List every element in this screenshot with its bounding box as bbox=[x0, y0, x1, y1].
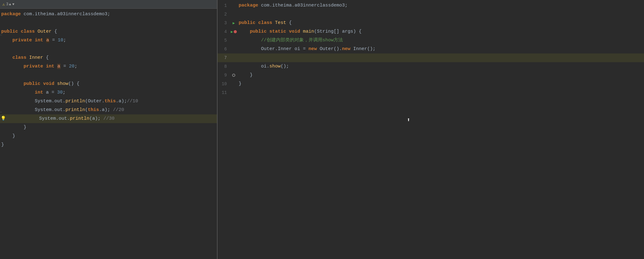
line-num-9: 9 bbox=[218, 73, 230, 78]
line-num-3: 3 bbox=[218, 21, 230, 25]
right-line-11: 11 bbox=[218, 88, 644, 97]
top-warning-bar: ⚠ 3 ▲ ▼ bbox=[0, 0, 217, 9]
warning-count: 3 bbox=[6, 2, 8, 7]
line-num-4: 4 bbox=[218, 29, 230, 34]
line-private-a-10: private int a = 10; bbox=[0, 36, 217, 45]
right-line-1: 1 package com.itheima.a03innerclassdemo3… bbox=[218, 1, 644, 10]
line-empty-3 bbox=[0, 71, 217, 80]
right-line-3: 3 ▶ public class Test { bbox=[218, 19, 644, 27]
editor-container: ⚠ 3 ▲ ▼ package com.itheima.a03innerclas… bbox=[0, 0, 644, 259]
line-num-7: 7 bbox=[218, 55, 230, 60]
run-icon-3[interactable]: ▶ bbox=[232, 21, 235, 25]
warning-icon: ⚠ bbox=[2, 2, 5, 7]
line-private-a-20: private int a = 20; bbox=[0, 62, 217, 71]
line-num-10: 10 bbox=[218, 81, 230, 86]
line-package-left: package com.itheima.a03innerclassdemo3; bbox=[0, 10, 217, 19]
right-code-lines: 1 package com.itheima.a03innerclassdemo3… bbox=[218, 0, 644, 97]
right-line-6: 6 Outer.Inner oi = new Outer().new Inner… bbox=[218, 45, 644, 53]
line-content: package com.itheima.a03innerclassdemo3; bbox=[0, 10, 217, 19]
line-num-11: 11 bbox=[218, 90, 230, 95]
line-outer-class: public class Outer { bbox=[0, 27, 217, 36]
breakpoint-4[interactable] bbox=[234, 30, 237, 33]
line-close-show: } bbox=[0, 123, 217, 132]
line-empty-1 bbox=[0, 19, 217, 27]
right-panel: 1 package com.itheima.a03innerclassdemo3… bbox=[218, 0, 644, 259]
line-empty-2 bbox=[0, 45, 217, 53]
line-close-inner: } bbox=[0, 132, 217, 141]
line-inner-class: class Inner { bbox=[0, 53, 217, 62]
right-line-7: 7 bbox=[218, 53, 644, 62]
breakpoint-empty-9[interactable] bbox=[232, 74, 235, 77]
line-num-1: 1 bbox=[218, 3, 230, 8]
line-num-6: 6 bbox=[218, 47, 230, 52]
right-line-10: 10 } bbox=[218, 80, 644, 88]
line-int-a-30: int a = 30; bbox=[0, 88, 217, 97]
left-panel: ⚠ 3 ▲ ▼ package com.itheima.a03innerclas… bbox=[0, 0, 217, 259]
line-println-30: 💡 System.out.println(a); //30 bbox=[0, 114, 217, 123]
arrow-up-icon[interactable]: ▲ bbox=[9, 2, 11, 6]
gutter-3: ▶ bbox=[230, 21, 237, 25]
mouse-cursor: ⬆ bbox=[407, 116, 410, 123]
gutter-9 bbox=[230, 74, 237, 77]
right-line-2: 2 bbox=[218, 10, 644, 19]
line-num-8: 8 bbox=[218, 64, 230, 69]
right-line-9: 9 } bbox=[218, 71, 644, 80]
line-close-outer: } bbox=[0, 141, 217, 149]
line-num-5: 5 bbox=[218, 38, 230, 43]
arrow-down-icon[interactable]: ▼ bbox=[12, 2, 15, 6]
left-code-lines: package com.itheima.a03innerclassdemo3; … bbox=[0, 9, 217, 149]
warning-bulb-icon: 💡 bbox=[1, 116, 6, 121]
gutter-4: ▶ bbox=[230, 30, 237, 34]
run-icon-4[interactable]: ▶ bbox=[231, 30, 233, 34]
right-line-8: 8 oi.show(); bbox=[218, 62, 644, 71]
line-show-method: public void show() { bbox=[0, 80, 217, 88]
sep-line-1 bbox=[0, 35, 2, 35]
sep-line-2 bbox=[0, 112, 2, 112]
line-num-2: 2 bbox=[218, 12, 230, 17]
line-println-10: System.out.println(Outer.this.a);//10 bbox=[0, 97, 217, 106]
line-println-20: System.out.println(this.a); //20 bbox=[0, 106, 217, 114]
right-line-5: 5 //创建内部类的对象，并调用show方法 bbox=[218, 36, 644, 45]
right-line-4: 4 ▶ public static void main(String[] arg… bbox=[218, 27, 644, 36]
